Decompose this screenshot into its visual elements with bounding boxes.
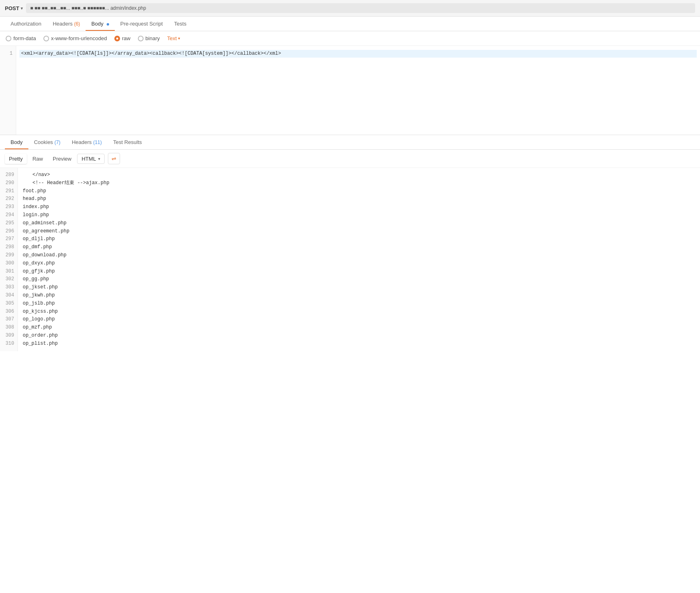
radio-raw-circle: [114, 36, 120, 41]
resp-code-line: op_jkset.php: [23, 284, 695, 292]
request-tab-nav: Authorization Headers (6) Body Pre-reque…: [0, 17, 700, 31]
cookies-badge: (7): [54, 140, 60, 145]
editor-content[interactable]: <xml><array_data><![CDATA[ls]]></array_d…: [16, 46, 700, 135]
radio-binary[interactable]: binary: [138, 35, 160, 41]
resp-code-line: head.php: [23, 195, 695, 203]
resp-code-line: op_mzf.php: [23, 324, 695, 332]
preview-btn[interactable]: Preview: [49, 154, 75, 164]
tab-tests[interactable]: Tests: [168, 17, 192, 31]
resp-code-line: <!-- Header结束 -->ajax.php: [23, 179, 695, 187]
resp-code-line: op_dmf.php: [23, 243, 695, 251]
resp-code-line: op_adminset.php: [23, 219, 695, 228]
resp-tab-headers[interactable]: Headers (11): [66, 135, 107, 149]
radio-form-data-circle: [6, 36, 11, 41]
resp-line-num: 290: [3, 179, 14, 187]
format-dropdown[interactable]: HTML ▾: [77, 154, 104, 164]
response-section: Body Cookies (7) Headers (11) Test Resul…: [0, 135, 700, 351]
code-editor[interactable]: 1 <xml><array_data><![CDATA[ls]]></array…: [0, 46, 700, 135]
radio-urlencoded[interactable]: x-www-form-urlencoded: [43, 35, 107, 41]
tab-prerequest[interactable]: Pre-request Script: [115, 17, 169, 31]
wrap-icon: ⇌: [112, 155, 116, 162]
resp-headers-badge: (11): [93, 140, 102, 145]
resp-code-line: op_order.php: [23, 332, 695, 340]
radio-form-data[interactable]: form-data: [6, 35, 36, 41]
resp-line-num: 304: [3, 292, 14, 300]
resp-code-line: op_jkwh.php: [23, 292, 695, 300]
resp-code-line: op_download.php: [23, 251, 695, 260]
raw-btn[interactable]: Raw: [28, 154, 47, 164]
response-code-content: </nav><!-- Header结束 -->ajax.phpfoot.phph…: [18, 168, 700, 351]
resp-code-line: op_gg.php: [23, 275, 695, 284]
tab-authorization[interactable]: Authorization: [5, 17, 47, 31]
resp-line-num: 309: [3, 332, 14, 340]
resp-code-line: op_dxyx.php: [23, 260, 695, 268]
resp-tab-cookies[interactable]: Cookies (7): [28, 135, 66, 149]
url-text: ■ ■■ ■■..■■...■■... ■■■..■ ■■■■■■... adm…: [30, 5, 146, 11]
text-format-dropdown[interactable]: Text ▾: [167, 35, 180, 41]
resp-line-num: 300: [3, 260, 14, 268]
body-type-row: form-data x-www-form-urlencoded raw bina…: [0, 31, 700, 46]
resp-line-num: 310: [3, 340, 14, 348]
resp-line-num: 296: [3, 228, 14, 236]
code-line-1: <xml><array_data><![CDATA[ls]]></array_d…: [19, 50, 697, 58]
resp-tab-body[interactable]: Body: [5, 135, 28, 149]
pretty-btn[interactable]: Pretty: [5, 154, 27, 164]
resp-code-line: op_kjcss.php: [23, 308, 695, 316]
resp-code-line: login.php: [23, 211, 695, 219]
resp-code-line: op_jslb.php: [23, 300, 695, 308]
method-chevron: ▾: [21, 6, 23, 11]
resp-line-num: 299: [3, 251, 14, 260]
tab-body[interactable]: Body: [86, 17, 114, 31]
response-tab-nav: Body Cookies (7) Headers (11) Test Resul…: [0, 135, 700, 150]
resp-code-line: index.php: [23, 203, 695, 211]
resp-line-num: 308: [3, 324, 14, 332]
resp-line-num: 295: [3, 219, 14, 228]
editor-line-numbers: 1: [0, 46, 16, 135]
resp-code-line: op_gfjk.php: [23, 268, 695, 276]
text-chevron: ▾: [178, 36, 180, 41]
resp-line-num: 301: [3, 268, 14, 276]
top-bar: POST ▾ ■ ■■ ■■..■■...■■... ■■■..■ ■■■■■■…: [0, 0, 700, 17]
headers-badge: (6): [74, 21, 80, 27]
radio-binary-circle: [138, 36, 144, 41]
tab-headers[interactable]: Headers (6): [47, 17, 86, 31]
format-chevron: ▾: [98, 157, 100, 161]
resp-line-num: 292: [3, 195, 14, 203]
resp-code-line: foot.php: [23, 187, 695, 196]
radio-raw[interactable]: raw: [114, 35, 131, 41]
resp-code-line: </nav>: [23, 171, 695, 179]
resp-code-line: op_logo.php: [23, 316, 695, 324]
resp-line-num: 298: [3, 243, 14, 251]
resp-code-line: op_dljl.php: [23, 235, 695, 243]
resp-line-num: 303: [3, 284, 14, 292]
wrap-button[interactable]: ⇌: [108, 153, 120, 164]
resp-line-num: 289: [3, 171, 14, 179]
resp-code-line: op_agreement.php: [23, 228, 695, 236]
resp-line-num: 307: [3, 316, 14, 324]
method-selector[interactable]: POST ▾: [5, 5, 23, 11]
resp-line-num: 293: [3, 203, 14, 211]
resp-line-num: 291: [3, 187, 14, 196]
resp-tab-testresults[interactable]: Test Results: [107, 135, 148, 149]
body-dot: [107, 23, 109, 26]
resp-line-num: 297: [3, 235, 14, 243]
radio-urlencoded-circle: [43, 36, 49, 41]
response-line-numbers: 2892902912922932942952962972982993003013…: [0, 168, 18, 351]
resp-line-num: 294: [3, 211, 14, 219]
resp-code-line: op_plist.php: [23, 340, 695, 348]
resp-line-num: 306: [3, 308, 14, 316]
response-toolbar: Pretty Raw Preview HTML ▾ ⇌: [0, 150, 700, 168]
resp-line-num: 305: [3, 300, 14, 308]
method-label: POST: [5, 5, 19, 11]
resp-line-num: 302: [3, 275, 14, 284]
response-code-view: 2892902912922932942952962972982993003013…: [0, 168, 700, 351]
url-bar[interactable]: ■ ■■ ■■..■■...■■... ■■■..■ ■■■■■■... adm…: [26, 3, 695, 13]
